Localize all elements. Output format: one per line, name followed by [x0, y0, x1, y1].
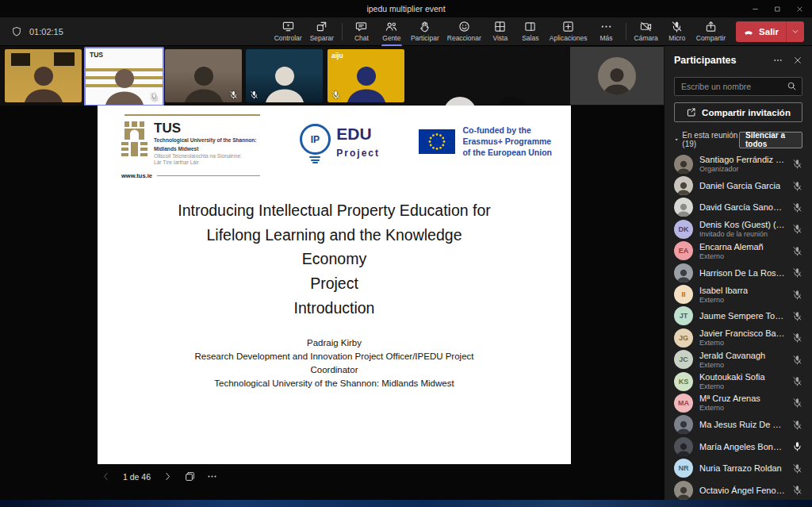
participant-avatar-photo	[674, 481, 693, 500]
mic-muted-icon	[229, 90, 238, 99]
mic-muted-icon[interactable]	[792, 311, 802, 321]
toolbar-button-salas[interactable]: Salas	[515, 19, 546, 44]
participant-name: Isabel Ibarra	[699, 286, 748, 295]
participant-search-input[interactable]	[674, 77, 802, 96]
video-tile[interactable]	[5, 49, 82, 102]
participant-subtitle: Externo	[699, 339, 786, 347]
toolbar-button-gente[interactable]: Gente	[377, 19, 407, 44]
person-silhouette-icon	[341, 58, 392, 102]
more-icon	[600, 21, 612, 33]
participant-name: Denis Kos (Guest) (Invitado)	[699, 220, 786, 229]
participant-row[interactable]: Octavio Ángel Fenollar Gimeno	[674, 479, 802, 500]
participant-row[interactable]: JTJaume Sempere Torregrosa	[674, 305, 802, 327]
video-tile[interactable]	[246, 49, 323, 102]
participant-row[interactable]: IIIsabel IbarraExterno	[674, 283, 802, 305]
toolbar-button-vista[interactable]: Vista	[485, 19, 515, 44]
participant-row[interactable]: David García Sanoguera	[674, 197, 802, 218]
participant-row[interactable]: EAEncarna AlemañExterno	[674, 240, 802, 262]
participant-name: María Angeles Bonet Aracil	[699, 442, 786, 451]
toolbar-button-compartir[interactable]: Compartir	[692, 19, 730, 44]
slide-title-line: Introduction	[98, 296, 571, 321]
mic-muted-icon[interactable]	[792, 202, 802, 213]
toolbar-button-camara[interactable]: Cámara	[630, 19, 662, 44]
participant-row[interactable]: DKDenis Kos (Guest) (Invitado)Invitado d…	[674, 218, 802, 240]
participant-name: Santiago Ferrándiz Bou	[699, 155, 786, 164]
previous-slide-button[interactable]	[101, 471, 111, 482]
mic-on-icon[interactable]	[792, 441, 802, 451]
video-tile-active[interactable]: TUS	[84, 47, 164, 106]
participant-row[interactable]: KSKoutoukaki SofiaExterno	[674, 371, 802, 392]
toolbar-button-controlar[interactable]: Controlar	[270, 19, 306, 44]
participant-row[interactable]: NRNuria Tarrazo Roldan	[674, 457, 802, 478]
share-invite-button[interactable]: Compartir invitación	[674, 102, 802, 122]
participant-row[interactable]: Santiago Ferrándiz BouOrganizador	[674, 153, 802, 175]
participant-row[interactable]: JGJavier Francisco Balart GimenoExterno	[674, 327, 802, 348]
maximize-icon	[774, 6, 781, 13]
mic-muted-icon[interactable]	[792, 420, 802, 430]
participant-name: Ma Jesus Ruiz De La Torre Herna...	[699, 420, 786, 429]
participant-row[interactable]: María Angeles Bonet Aracil	[674, 436, 802, 457]
participant-name: Javier Francisco Balart Gimeno	[699, 328, 786, 338]
mute-all-button[interactable]: Silenciar a todos	[739, 132, 802, 148]
toolbar-button-participar[interactable]: Participar	[407, 19, 443, 44]
mic-muted-icon[interactable]	[792, 376, 802, 386]
panel-close-button[interactable]	[793, 56, 802, 65]
participant-row[interactable]: JCJerald CavanaghExterno	[674, 349, 802, 371]
person-silhouette-icon	[675, 440, 692, 456]
video-tile[interactable]	[165, 49, 242, 102]
participant-row[interactable]: MAMª Cruz ArenasExterno	[674, 392, 802, 413]
panel-more-button[interactable]	[773, 56, 783, 65]
video-tile[interactable]: aiju	[327, 49, 404, 102]
toolbar-button-micro[interactable]: Micro	[662, 19, 692, 44]
mic-muted-icon[interactable]	[792, 246, 802, 256]
participant-avatar-initials: MA	[674, 394, 693, 413]
person-silhouette-icon	[675, 201, 692, 217]
grid-view-button[interactable]	[185, 471, 195, 482]
close-button[interactable]	[788, 0, 810, 17]
mic-muted-icon[interactable]	[792, 355, 802, 365]
caret-down-icon	[674, 136, 679, 143]
slide-title-line: Introducing Intellectual Property Educat…	[98, 198, 571, 223]
page-indicator: 1 de 46	[123, 472, 151, 482]
leave-button[interactable]: Salir	[736, 21, 804, 42]
slide-title-line: Economy	[98, 247, 571, 271]
in-meeting-section-toggle[interactable]: En esta reunión (19)	[674, 131, 739, 148]
mic-muted-icon[interactable]	[792, 181, 802, 191]
participant-row[interactable]: Ma Jesus Ruiz De La Torre Herna...	[674, 414, 802, 436]
search-icon	[787, 81, 797, 91]
mic-muted-icon[interactable]	[792, 159, 802, 169]
self-view-tile[interactable]	[570, 47, 664, 105]
salas-icon	[524, 21, 536, 33]
leave-options-button[interactable]	[787, 28, 804, 36]
toolbar-button-label: Más	[599, 34, 612, 42]
mic-muted-icon[interactable]	[792, 485, 802, 495]
tus-name-line: Technological University of the Shannon:	[154, 137, 257, 144]
mic-muted-icon[interactable]	[792, 398, 802, 408]
participant-name: Harrison De La Rosa Ramírez	[699, 268, 786, 278]
participant-subtitle: Externo	[699, 382, 765, 390]
participant-row[interactable]: Daniel Garcia Garcia	[674, 175, 802, 196]
share-icon	[705, 21, 717, 33]
next-slide-button[interactable]	[163, 471, 173, 482]
panel-title: Participantes	[674, 55, 737, 66]
toolbar-button-mas[interactable]: Más	[592, 19, 622, 44]
tile-overlay-text: aiju	[331, 52, 343, 60]
maximize-button[interactable]	[766, 0, 788, 17]
mic-muted-icon[interactable]	[792, 290, 802, 300]
mic-muted-icon[interactable]	[792, 463, 802, 474]
tus-castle-icon	[121, 121, 147, 158]
toolbar-button-reaccionar[interactable]: Reaccionar	[443, 19, 485, 44]
mic-muted-icon[interactable]	[792, 332, 802, 343]
participar-icon	[419, 21, 431, 33]
mic-muted-icon[interactable]	[792, 267, 802, 278]
minimize-button[interactable]	[744, 0, 766, 17]
share-invite-icon	[686, 107, 696, 117]
participant-avatar-photo	[674, 176, 693, 195]
toolbar-button-separar[interactable]: Separar	[306, 19, 338, 44]
more-options-button[interactable]	[207, 471, 217, 482]
eu-text-line: of the European Union	[462, 147, 552, 158]
toolbar-button-chat[interactable]: Chat	[347, 19, 377, 44]
participant-row[interactable]: Harrison De La Rosa Ramírez	[674, 262, 802, 283]
mic-muted-icon[interactable]	[792, 224, 802, 234]
toolbar-button-aplicaciones[interactable]: Aplicaciones	[546, 19, 592, 44]
